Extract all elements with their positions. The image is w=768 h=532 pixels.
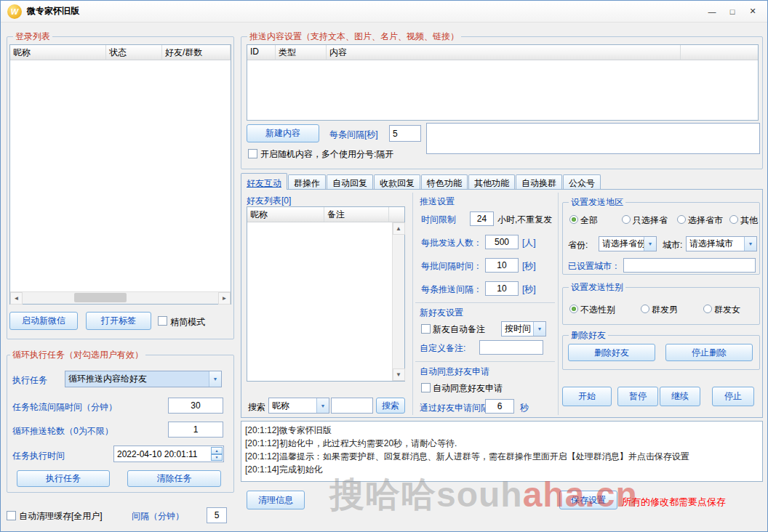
time-limit-suffix: 小时,不重复发 [497,214,552,226]
clear-info-button[interactable]: 清理信息 [247,491,305,509]
spinner-up-icon[interactable]: ▲ [211,447,223,454]
gender-none-radio[interactable] [569,305,578,313]
task-select-value: 循环推送内容给好友 [65,371,209,387]
column-header-id[interactable]: ID [247,45,276,60]
scroll-right-icon[interactable]: ► [218,292,231,305]
batch-size-label: 每批发送人数： [421,237,482,249]
spinner-down-icon[interactable]: ▼ [211,454,223,462]
accept-interval-input[interactable]: 6 [485,399,514,414]
batch-interval-unit: [秒] [522,260,536,273]
city-label: 城市: [663,239,682,251]
push-rounds-label: 循环推送轮数（0为不限） [12,425,113,438]
region-province-city-radio[interactable] [677,215,686,224]
app-logo-icon: W [7,4,22,19]
task-time-input[interactable]: 2022-04-10 20:01:11 ▲ ▼ [113,446,224,462]
per-item-interval-input[interactable]: 5 [389,125,421,142]
column-header-nickname[interactable]: 昵称 [10,45,106,60]
task-interval-input[interactable]: 30 [168,398,223,414]
chevron-down-icon: ▼ [209,371,221,387]
task-time-label: 任务执行时间 [12,450,65,462]
province-select[interactable]: 请选择省份 ▼ [599,236,657,251]
search-button[interactable]: 搜索 [376,398,405,414]
run-task-button[interactable]: 执行任务 [17,470,110,487]
title-bar[interactable]: W 微专家怀旧版 — □ ✕ [1,1,767,23]
region-other-label: 其他 [740,214,758,227]
random-content-checkbox[interactable] [248,149,257,158]
column-header-count[interactable]: 好友/群数 [162,45,231,60]
log-line: [20:1:12]微专家怀旧版 [245,424,759,437]
remark-mode-select[interactable]: 按时间 ▼ [501,321,546,336]
save-settings-button[interactable]: 保存设置 [559,491,617,509]
region-province-only-radio[interactable] [622,215,631,224]
auto-clean-cache-label: 自动清理缓存[全用户] [19,510,103,523]
vertical-scrollbar[interactable]: ▲ ▼ [392,222,404,381]
open-tags-button[interactable]: 打开标签 [86,312,151,330]
window-controls: — □ ✕ [702,4,763,20]
pause-button[interactable]: 暂停 [617,387,658,406]
start-wechat-button[interactable]: 启动新微信 [9,312,78,330]
simple-mode-checkbox[interactable] [158,316,167,326]
auto-clean-cache-checkbox[interactable] [7,511,16,520]
log-output[interactable]: [20:1:12]微专家怀旧版 [20:1:12]初始化中，此过程大约需要20秒… [241,421,763,482]
divider [415,302,555,303]
scroll-up-icon[interactable]: ▲ [393,222,405,235]
resume-button[interactable]: 继续 [660,387,700,406]
column-header-status[interactable]: 状态 [106,45,162,60]
scrollbar-thumb[interactable] [74,293,127,302]
push-rounds-input[interactable]: 1 [168,422,223,438]
delete-friends-button[interactable]: 删除好友 [568,344,655,361]
login-table[interactable]: 昵称 状态 好友/群数 ◄ ► [9,44,231,305]
gender-male-radio[interactable] [641,305,649,313]
tab-auto-reply[interactable]: 自动回复 [327,174,373,190]
tab-auto-switch-group[interactable]: 自动换群 [516,174,562,190]
task-select[interactable]: 循环推送内容给好友 ▼ [65,371,222,387]
custom-remark-input[interactable] [479,340,543,355]
minimize-icon[interactable]: — [702,4,722,20]
scroll-down-icon[interactable]: ▼ [393,368,405,381]
tab-group-operations[interactable]: 群操作 [288,174,326,190]
search-input[interactable] [331,398,373,414]
close-icon[interactable]: ✕ [743,4,763,20]
start-button[interactable]: 开始 [562,387,612,406]
region-other-radio[interactable] [729,215,738,224]
friend-table[interactable]: 昵称 备注 ▲ ▼ [247,206,405,382]
cache-interval-input[interactable]: 5 [207,507,227,523]
push-interval-unit: [秒] [522,283,536,296]
region-all-radio[interactable] [569,215,578,224]
content-preview-box[interactable] [426,123,760,154]
column-header-type[interactable]: 类型 [276,45,327,60]
new-friend-title: 新好友设置 [420,307,463,319]
cities-set-input[interactable] [623,258,756,273]
batch-interval-input[interactable]: 10 [485,258,519,273]
push-content-table[interactable]: ID 类型 内容 [247,44,759,121]
task-time-value: 2022-04-10 20:01:11 [117,449,198,459]
push-interval-input[interactable]: 10 [485,281,519,296]
auto-accept-title: 自动同意好友申请 [420,366,489,378]
gender-female-radio[interactable] [703,305,712,313]
tab-special-features[interactable]: 特色功能 [421,174,468,190]
auto-accept-checkbox[interactable] [421,383,431,392]
search-field-select[interactable]: 昵称 ▼ [268,398,329,414]
tab-official-account[interactable]: 公众号 [563,174,601,190]
divider [415,361,555,362]
column-header-nickname[interactable]: 昵称 [247,207,324,222]
time-limit-input[interactable]: 24 [470,211,494,226]
column-header-remark[interactable]: 备注 [324,207,389,222]
tab-payment-reply[interactable]: 收款回复 [374,174,420,190]
maximize-icon[interactable]: □ [722,4,743,20]
city-select[interactable]: 请选择城市 ▼ [686,236,757,251]
tab-other-features[interactable]: 其他功能 [468,174,515,190]
column-header-content[interactable]: 内容 [327,45,681,60]
batch-size-input[interactable]: 500 [485,235,519,249]
tab-friend-interaction[interactable]: 好友互动 [241,173,287,190]
new-content-button[interactable]: 新建内容 [247,124,319,142]
auto-remark-checkbox[interactable] [421,324,431,334]
stop-button[interactable]: 停止 [712,387,754,406]
app-window: W 微专家怀旧版 — □ ✕ 登录列表 昵称 状态 好友/群数 ◄ ► 启动新微… [0,0,768,532]
accept-interval-unit: 秒 [520,402,529,414]
clear-task-button[interactable]: 清除任务 [127,470,221,487]
stop-delete-button[interactable]: 停止删除 [665,344,753,361]
batch-size-unit: [人] [522,237,536,249]
divider [558,193,559,415]
scroll-left-icon[interactable]: ◄ [10,292,23,305]
